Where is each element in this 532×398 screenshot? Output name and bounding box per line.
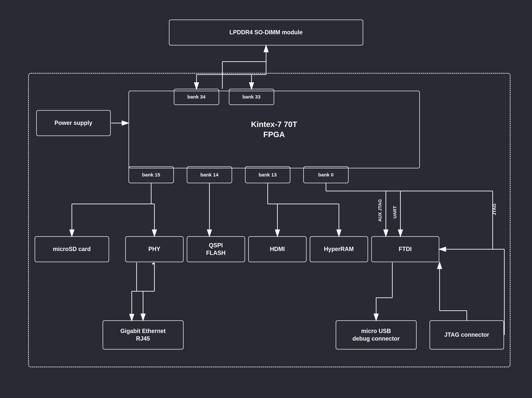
bank0-label: bank 0 bbox=[318, 172, 334, 178]
power-supply-label: Power supply bbox=[54, 119, 92, 127]
hyperram-label: HyperRAM bbox=[324, 245, 354, 253]
power-supply-box: Power supply bbox=[36, 110, 111, 136]
microsd-box: microSD card bbox=[35, 236, 109, 262]
microsd-label: microSD card bbox=[53, 245, 91, 253]
bank13-box: bank 13 bbox=[245, 166, 290, 183]
qspi-box: QSPIFLASH bbox=[187, 236, 245, 262]
gigabit-box: Gigabit EthernetRJ45 bbox=[103, 320, 184, 349]
bank33-label: bank 33 bbox=[242, 94, 260, 100]
phy-label: PHY bbox=[148, 245, 160, 253]
hdmi-box: HDMI bbox=[248, 236, 307, 262]
jtag-connector-box: JTAG connector bbox=[430, 320, 504, 349]
micro-usb-box: micro USBdebug connector bbox=[336, 320, 417, 349]
svg-text:AUX JTAG: AUX JTAG bbox=[377, 199, 382, 222]
svg-text:JTAG: JTAG bbox=[492, 204, 497, 215]
bank15-label: bank 15 bbox=[142, 172, 160, 178]
qspi-label: QSPIFLASH bbox=[206, 242, 226, 257]
svg-marker-45 bbox=[152, 263, 154, 265]
fpga-box: Kintex-7 70TFPGA bbox=[128, 91, 420, 168]
hdmi-label: HDMI bbox=[270, 245, 285, 253]
phy-box: PHY bbox=[125, 236, 184, 262]
bank15-box: bank 15 bbox=[128, 166, 174, 183]
bank13-label: bank 13 bbox=[259, 172, 277, 178]
bank14-box: bank 14 bbox=[187, 166, 232, 183]
jtag-connector-label: JTAG connector bbox=[444, 331, 489, 339]
micro-usb-label: micro USBdebug connector bbox=[352, 327, 400, 342]
ftdi-box: FTDI bbox=[371, 236, 439, 262]
bank33-box: bank 33 bbox=[229, 89, 274, 105]
bank34-label: bank 34 bbox=[187, 94, 206, 100]
bank0-box: bank 0 bbox=[303, 166, 349, 183]
lpddr4-label: LPDDR4 SO-DIMM module bbox=[229, 29, 303, 36]
fpga-label: Kintex-7 70TFPGA bbox=[251, 119, 297, 140]
bank34-box: bank 34 bbox=[174, 89, 219, 105]
svg-text:UART: UART bbox=[392, 206, 397, 218]
bank14-label: bank 14 bbox=[200, 172, 218, 178]
lpddr4-box: LPDDR4 SO-DIMM module bbox=[169, 19, 363, 45]
hyperram-box: HyperRAM bbox=[310, 236, 368, 262]
diagram-container: AUX JTAG UART JTAG LPDDR4 SO-DIMM module… bbox=[15, 13, 517, 385]
gigabit-label: Gigabit EthernetRJ45 bbox=[120, 327, 165, 342]
ftdi-label: FTDI bbox=[399, 245, 412, 253]
